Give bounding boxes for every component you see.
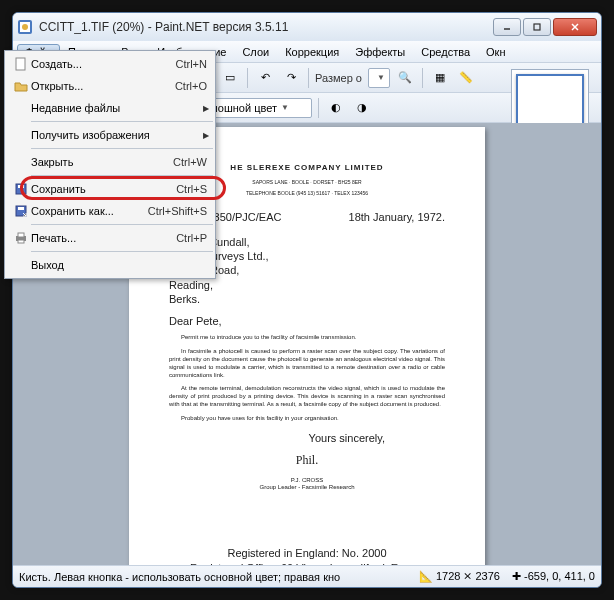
window-title: CCITT_1.TIF (20%) - Paint.NET версия 3.5… [39,20,493,34]
menu-close[interactable]: ЗакрытьCtrl+W [7,151,213,173]
minimize-button[interactable] [493,18,521,36]
svg-rect-10 [16,58,25,70]
size-label: Размер о [315,72,362,84]
menu-tools[interactable]: Средства [413,44,478,60]
ruler-button[interactable]: 📏 [455,67,477,89]
antialias-button[interactable]: ◐ [325,97,347,119]
size-dropdown[interactable]: ▼ [368,68,390,88]
menu-save[interactable]: СохранитьCtrl+S [7,178,213,200]
open-icon [11,79,31,93]
new-icon [11,57,31,71]
menu-adjust[interactable]: Коррекция [277,44,347,60]
svg-point-2 [22,24,28,30]
grid-button[interactable]: ▦ [429,67,451,89]
menu-acquire[interactable]: Получить изображения▶ [7,124,213,146]
doc-date: 18th January, 1972. [349,210,445,224]
svg-rect-4 [534,24,540,30]
doc-p4: Probably you have uses for this facility… [169,415,445,423]
menu-window[interactable]: Окн [478,44,513,60]
menu-recent[interactable]: Недавние файлы▶ [7,97,213,119]
menu-layers[interactable]: Слои [234,44,277,60]
saveas-icon [11,204,31,218]
status-coords: ✚ -659, 0, 411, 0 [512,570,595,583]
redo-button[interactable]: ↷ [280,67,302,89]
statusbar: Кисть. Левая кнопка - использовать основ… [13,565,601,587]
menu-open[interactable]: Открыть...Ctrl+O [7,75,213,97]
doc-signature: Phil. [169,453,445,469]
doc-greeting: Dear Pete, [169,314,445,328]
menu-new[interactable]: Создать...Ctrl+N [7,53,213,75]
status-dimensions: 📐 1728 ⨯ 2376 [419,570,500,583]
doc-name: P.J. CROSS [169,477,445,485]
doc-p1: Permit me to introduce you to the facili… [169,334,445,342]
svg-rect-12 [18,185,24,188]
svg-rect-14 [18,207,24,210]
doc-p3: At the remote terminal, demodulation rec… [169,385,445,408]
svg-rect-16 [18,233,24,237]
svg-rect-17 [18,240,24,243]
menu-saveas[interactable]: Сохранить как...Ctrl+Shift+S [7,200,213,222]
save-icon [11,182,31,196]
doc-closing: Yours sincerely, [169,431,385,445]
menu-effects[interactable]: Эффекты [347,44,413,60]
undo-button[interactable]: ↶ [254,67,276,89]
menu-print[interactable]: Печать...Ctrl+P [7,227,213,249]
app-icon [17,19,33,35]
deselect-button[interactable]: ▭ [219,67,241,89]
close-button[interactable] [553,18,597,36]
zoom-button[interactable]: 🔍 [394,67,416,89]
menu-exit[interactable]: Выход [7,254,213,276]
blend-button[interactable]: ◑ [351,97,373,119]
print-icon [11,231,31,245]
file-menu-popup: Создать...Ctrl+N Открыть...Ctrl+O Недавн… [4,50,216,279]
doc-role: Group Leader - Facsimile Research [169,484,445,492]
doc-p2: In facsimile a photocell is caused to pe… [169,348,445,379]
status-tool-hint: Кисть. Левая кнопка - использовать основ… [19,571,407,583]
maximize-button[interactable] [523,18,551,36]
titlebar[interactable]: CCITT_1.TIF (20%) - Paint.NET версия 3.5… [13,13,601,41]
